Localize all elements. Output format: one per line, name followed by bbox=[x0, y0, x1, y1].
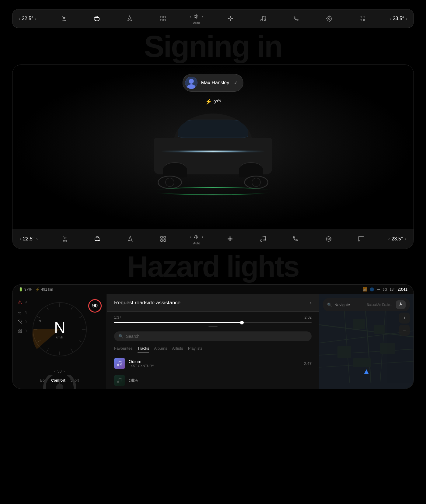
temp-right-increase[interactable]: › bbox=[406, 16, 407, 21]
temp-left-control[interactable]: ‹ 22.5° › bbox=[19, 16, 37, 21]
status-temp: 13° bbox=[389, 287, 395, 292]
svg-rect-25 bbox=[160, 240, 162, 241]
svg-line-46 bbox=[37, 317, 40, 318]
music-search[interactable]: 🔍 Search bbox=[114, 331, 312, 341]
user-name: Max Hansley bbox=[201, 80, 229, 86]
svg-point-27 bbox=[230, 238, 231, 240]
svg-line-37 bbox=[71, 307, 72, 310]
volume-group[interactable]: ‹ › bbox=[190, 12, 203, 20]
tab-playlists[interactable]: Playlists bbox=[188, 346, 203, 352]
range-chevron-left[interactable]: ‹ bbox=[54, 369, 56, 373]
fan-icon[interactable] bbox=[225, 13, 236, 24]
battery-indicator: ⚡ 97% bbox=[205, 98, 221, 105]
status-battery: 🔋 97% bbox=[19, 287, 32, 292]
vol-increase[interactable]: › bbox=[202, 14, 203, 19]
tab-artists[interactable]: Artists bbox=[172, 346, 183, 352]
bottom-car-icon[interactable] bbox=[92, 233, 103, 245]
tab-favourites[interactable]: Favourites bbox=[114, 346, 133, 352]
svg-point-1 bbox=[65, 20, 66, 21]
bottom-music-icon[interactable] bbox=[257, 233, 269, 245]
svg-point-9 bbox=[230, 18, 231, 19]
temp-left-increase[interactable]: › bbox=[35, 16, 37, 21]
bottom-mirror-icon[interactable] bbox=[355, 233, 367, 245]
list-item[interactable]: Odium LXST CXNTURY 2:47 bbox=[107, 355, 319, 372]
phone-icon[interactable] bbox=[291, 13, 302, 24]
bottom-apps-icon[interactable] bbox=[157, 233, 169, 245]
svg-point-11 bbox=[264, 19, 266, 20]
tab-tracks[interactable]: Tracks bbox=[138, 346, 149, 352]
bottom-vol-decrease[interactable]: ‹ bbox=[190, 234, 191, 239]
svg-line-38 bbox=[79, 317, 82, 318]
mirror-icon[interactable] bbox=[357, 13, 368, 24]
bottom-settings-icon[interactable] bbox=[323, 233, 334, 245]
seat-icon[interactable] bbox=[58, 13, 69, 24]
equalizer bbox=[114, 326, 312, 327]
temp-right-control[interactable]: ‹ 23.5° › bbox=[389, 16, 407, 21]
bottom-seat-icon[interactable] bbox=[59, 233, 71, 245]
map-location-label: Natural Art Explo... bbox=[367, 303, 392, 306]
bottom-temp-right-decrease[interactable]: ‹ bbox=[388, 236, 390, 241]
zoom-out-button[interactable]: − bbox=[399, 325, 410, 336]
track-info-2: Olbe bbox=[129, 378, 312, 383]
settings-icon[interactable] bbox=[323, 13, 335, 24]
eq-bar bbox=[208, 326, 218, 327]
map-search-bar[interactable]: 🔍 Navigate Natural Art Explo... bbox=[323, 298, 410, 311]
music-icon[interactable] bbox=[257, 13, 269, 24]
car-lower-body bbox=[154, 138, 272, 174]
svg-point-17 bbox=[152, 187, 274, 195]
bottom-navigate-icon[interactable] bbox=[124, 233, 136, 245]
svg-point-0 bbox=[62, 20, 64, 21]
bottom-temp-left-decrease[interactable]: ‹ bbox=[20, 236, 21, 241]
dashboard-panel: 🔋 97% ⚡ 491 km 📶 🔵 ▪▪▪ 5G 13° 23:41 ⚠ P bbox=[12, 284, 414, 389]
track-art-2 bbox=[114, 375, 125, 386]
list-item[interactable]: Olbe bbox=[107, 372, 319, 389]
svg-point-10 bbox=[261, 19, 263, 21]
svg-rect-24 bbox=[164, 236, 166, 238]
roadside-assistance-banner[interactable]: Request roadside assistance › bbox=[107, 294, 319, 312]
progress-fill bbox=[114, 322, 243, 323]
apps-icon[interactable] bbox=[157, 13, 169, 24]
tab-albums[interactable]: Albums bbox=[154, 346, 167, 352]
progress-current: 1:37 bbox=[114, 315, 121, 320]
bottom-volume-group[interactable]: ‹ › bbox=[190, 233, 203, 241]
bottom-vol-increase[interactable]: › bbox=[202, 234, 203, 239]
svg-point-21 bbox=[96, 240, 97, 241]
bottom-temp-right-increase[interactable]: › bbox=[405, 236, 406, 241]
user-badge[interactable]: Max Hansley ✓ bbox=[183, 74, 243, 92]
progress-bar[interactable] bbox=[114, 322, 312, 323]
bottom-volume-icon[interactable] bbox=[193, 233, 201, 241]
svg-point-15 bbox=[189, 79, 194, 84]
battery-percentage: 97% bbox=[214, 99, 221, 104]
svg-point-28 bbox=[260, 240, 262, 242]
temp-right-decrease[interactable]: ‹ bbox=[389, 16, 391, 21]
zoom-in-button[interactable]: + bbox=[399, 313, 410, 324]
car-top-icon[interactable] bbox=[91, 13, 103, 24]
svg-point-54 bbox=[120, 364, 122, 365]
svg-point-29 bbox=[264, 239, 266, 241]
roadside-text: Request roadside assistance bbox=[114, 300, 180, 306]
track-duration-1: 2:47 bbox=[304, 361, 312, 366]
search-placeholder: Search bbox=[126, 334, 139, 339]
range-control[interactable]: ‹ 50 › bbox=[54, 369, 65, 373]
bottom-temp-right-control[interactable]: ‹ 23.5° › bbox=[388, 236, 406, 242]
hazard-triangle-icon: ⚠ bbox=[17, 299, 22, 306]
dash-left-cluster: ⚠ P R D bbox=[12, 294, 107, 389]
volume-icon[interactable] bbox=[193, 12, 201, 20]
navigate-icon[interactable] bbox=[124, 13, 135, 24]
bottom-temp-left-value: 22.5° bbox=[23, 236, 35, 242]
bottom-temp-left-control[interactable]: ‹ 22.5° › bbox=[20, 236, 38, 242]
signing-in-panel: Max Hansley ✓ ⚡ 97% bbox=[12, 65, 414, 249]
bottom-fan-icon[interactable] bbox=[224, 233, 236, 245]
navigate-button[interactable] bbox=[396, 300, 406, 309]
temp-left-decrease[interactable]: ‹ bbox=[19, 16, 20, 21]
vol-decrease[interactable]: ‹ bbox=[190, 14, 191, 19]
car-illustration bbox=[146, 101, 280, 205]
bottom-phone-icon[interactable] bbox=[290, 233, 302, 245]
progress-times: 1:37 2:02 bbox=[114, 315, 312, 320]
svg-rect-7 bbox=[160, 19, 162, 21]
progress-end: 2:02 bbox=[305, 315, 312, 320]
temp-right-value: 23.5° bbox=[393, 16, 404, 21]
range-chevron-right[interactable]: › bbox=[63, 369, 65, 373]
status-right: 📶 🔵 ▪▪▪ 5G 13° 23:41 bbox=[362, 287, 407, 292]
bottom-temp-left-increase[interactable]: › bbox=[36, 236, 38, 241]
